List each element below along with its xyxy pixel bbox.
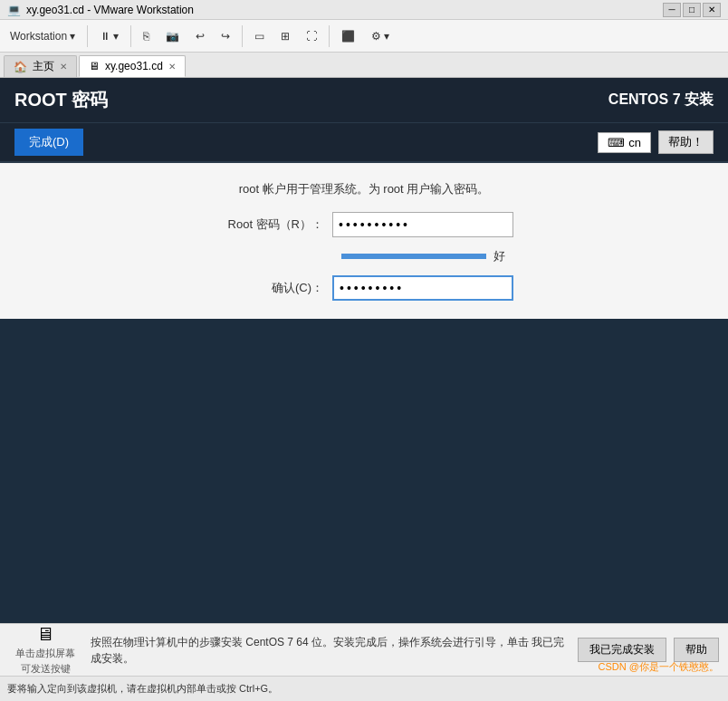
tab-vm-label: xy.geo31.cd: [105, 60, 163, 72]
tab-vm-close[interactable]: ✕: [168, 62, 176, 72]
click-label-1: 单击虚拟屏幕: [15, 647, 75, 660]
maximize-button[interactable]: □: [683, 3, 701, 17]
toolbar-separator-2: [130, 25, 131, 47]
close-button[interactable]: ✕: [703, 3, 721, 17]
workstation-menu[interactable]: Workstation ▾: [4, 24, 81, 49]
vm-description: root 帐户用于管理系统。为 root 用户输入密码。: [36, 181, 692, 197]
strength-bar: [341, 254, 486, 259]
bottom-help-button[interactable]: 帮助: [674, 638, 719, 662]
fullscreen-icon: ⛶: [306, 30, 317, 43]
forward-button[interactable]: ↪: [215, 24, 236, 49]
fullscreen-button[interactable]: ⛶: [300, 24, 323, 49]
tab-vm[interactable]: 🖥 xy.geo31.cd ✕: [79, 55, 186, 77]
done-button[interactable]: 完成(D): [14, 129, 83, 156]
lang-box[interactable]: ⌨ cn: [598, 132, 651, 153]
vm-main-wrapper: ROOT 密码 CENTOS 7 安装 完成(D) ⌨ cn 帮助！ roo: [0, 78, 728, 701]
install-info-text: 按照在物理计算机中的步骤安装 CentOS 7 64 位。安装完成后，操作系统会…: [91, 634, 569, 667]
app-icon: 💻: [7, 4, 21, 16]
help-button[interactable]: 帮助！: [658, 130, 714, 154]
watermark: CSDN @你是一个铁憨憨。: [599, 660, 719, 674]
click-label-2: 可发送按键: [21, 662, 71, 676]
confirm-row: 确认(C)：: [215, 275, 513, 301]
home-icon: 🏠: [14, 61, 27, 73]
password-form: Root 密码（R）： 好 确认(C)：: [36, 212, 692, 301]
vm-header-title: ROOT 密码: [14, 88, 108, 112]
toolbar-separator-4: [329, 25, 330, 47]
tab-home-close[interactable]: ✕: [60, 62, 67, 72]
vm-scroll-area[interactable]: ROOT 密码 CENTOS 7 安装 完成(D) ⌨ cn 帮助！ roo: [0, 78, 728, 701]
toolbar-separator-1: [87, 25, 88, 47]
confirm-label: 确认(C)：: [215, 280, 323, 296]
toolbar-separator-3: [242, 25, 243, 47]
password-row: Root 密码（R）：: [215, 212, 513, 237]
pause-button[interactable]: ⏸ ▾: [93, 24, 125, 49]
send-ctrl-alt-del-button[interactable]: ⎘: [137, 24, 156, 49]
lang-value: cn: [628, 136, 641, 149]
window-controls[interactable]: ─ □ ✕: [663, 3, 721, 17]
forward-icon: ↪: [221, 30, 230, 43]
minimize-button[interactable]: ─: [663, 3, 681, 17]
snapshot-button[interactable]: 📷: [159, 24, 186, 49]
vm-action-bar: 完成(D) ⌨ cn 帮助！: [0, 123, 728, 163]
vm-background: ROOT 密码 CENTOS 7 安装 完成(D) ⌨ cn 帮助！ roo: [0, 78, 728, 701]
finish-install-button[interactable]: 我已完成安装: [578, 638, 666, 662]
password-label: Root 密码（R）：: [215, 216, 323, 233]
vm-content: root 帐户用于管理系统。为 root 用户输入密码。 Root 密码（R）：…: [0, 163, 728, 319]
bottom-actions: 我已完成安装 帮助: [578, 638, 719, 662]
tab-bar: 🏠 主页 ✕ 🖥 xy.geo31.cd ✕: [0, 53, 728, 78]
console-button[interactable]: ⬛: [335, 24, 361, 49]
settings-button[interactable]: ⚙ ▾: [365, 24, 396, 49]
status-text: 要将输入定向到该虚拟机，请在虚拟机内部单击或按 Ctrl+G。: [7, 682, 278, 696]
title-bar: 💻 xy.geo31.cd - VMware Workstation ─ □ ✕: [0, 0, 728, 20]
tile-button[interactable]: ⊞: [274, 24, 296, 49]
tab-home-label: 主页: [33, 59, 54, 74]
settings-dropdown-icon: ▾: [384, 30, 389, 43]
title-bar-text: xy.geo31.cd - VMware Workstation: [26, 4, 194, 16]
revert-button[interactable]: ↩: [189, 24, 211, 49]
tab-home[interactable]: 🏠 主页 ✕: [4, 55, 77, 77]
keyboard-lang-icon: ⌨: [608, 136, 625, 149]
snapshot-icon: 📷: [166, 30, 179, 43]
console-icon: ⬛: [341, 30, 355, 43]
monitor-icon: 🖥: [36, 624, 54, 645]
revert-icon: ↩: [196, 30, 205, 43]
vm-header-right: CENTOS 7 安装: [608, 91, 714, 110]
vm-tab-icon: 🖥: [89, 60, 100, 72]
vm-header: ROOT 密码 CENTOS 7 安装: [0, 78, 728, 123]
workstation-label: Workstation: [10, 30, 67, 43]
install-title: CENTOS 7 安装: [608, 91, 714, 110]
pause-dropdown-icon: ▾: [113, 30, 119, 43]
lang-selector: ⌨ cn 帮助！: [598, 130, 714, 154]
fit-window-button[interactable]: ▭: [248, 24, 271, 49]
settings-icon: ⚙: [371, 30, 381, 43]
keyboard-icon: ⎘: [143, 30, 149, 43]
confirm-input[interactable]: [332, 275, 513, 301]
status-bar: 要将输入定向到该虚拟机，请在虚拟机内部单击或按 Ctrl+G。: [0, 676, 728, 701]
toolbar: Workstation ▾ ⏸ ▾ ⎘ 📷 ↩ ↪ ▭ ⊞ ⛶ ⬛ ⚙ ▾: [0, 20, 728, 53]
tile-icon: ⊞: [281, 30, 290, 43]
dropdown-arrow-icon: ▾: [70, 30, 75, 43]
fit-icon: ▭: [254, 30, 264, 43]
strength-row: 好: [341, 248, 505, 264]
pause-icon: ⏸: [100, 30, 110, 43]
strength-label: 好: [493, 248, 505, 264]
password-input[interactable]: [332, 212, 513, 237]
